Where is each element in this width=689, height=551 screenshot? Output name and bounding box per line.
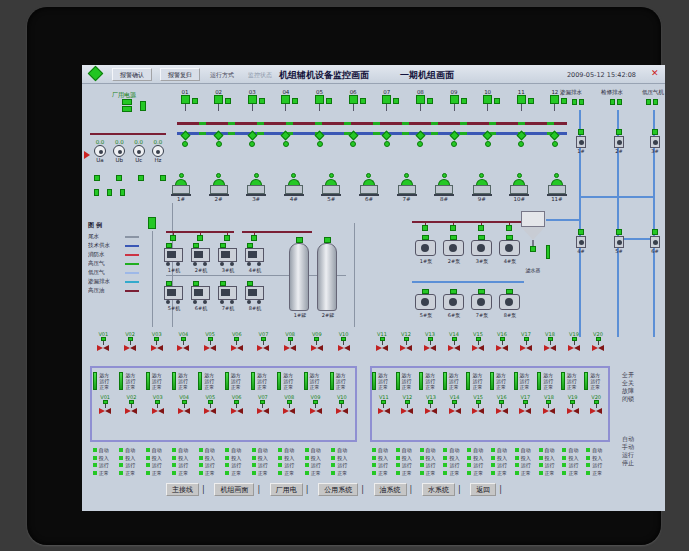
pipe-pump-assembly[interactable]: 6#	[647, 229, 663, 254]
valve-icon[interactable]	[94, 175, 100, 181]
disconnector-icon[interactable]	[180, 131, 190, 141]
valve-unit[interactable]: V06	[225, 394, 249, 415]
valve-unit[interactable]: V12	[396, 394, 420, 415]
valve-icon[interactable]	[506, 225, 512, 231]
disconnector-icon[interactable]	[315, 131, 325, 141]
valve-unit[interactable]: V11	[372, 394, 396, 415]
disconnector-icon[interactable]	[415, 131, 425, 141]
valve-icon[interactable]	[197, 235, 203, 241]
valve-icon[interactable]	[249, 141, 255, 147]
valve-unit[interactable]: V11	[370, 331, 394, 352]
valve-unit[interactable]: V06	[225, 331, 249, 352]
home-icon[interactable]	[88, 66, 104, 82]
disconnector-icon[interactable]	[449, 131, 459, 141]
valve-unit[interactable]: V01	[93, 394, 117, 415]
pump-unit[interactable]: 6#	[356, 173, 382, 203]
valve-icon[interactable]	[451, 141, 457, 147]
valve-icon[interactable]	[160, 175, 166, 181]
alarm-reset-button[interactable]: 报警复归	[160, 68, 200, 81]
breaker-icon[interactable]	[550, 95, 559, 104]
air-tank[interactable]: 1#罐	[289, 243, 309, 311]
nav-button[interactable]: 机组画面	[214, 483, 254, 496]
valve-unit[interactable]: V16	[490, 331, 514, 352]
breaker-icon[interactable]	[181, 95, 190, 104]
pipe-pump-assembly[interactable]: 5#	[611, 229, 627, 254]
breaker-icon[interactable]	[416, 95, 425, 104]
disconnector-icon[interactable]	[214, 131, 224, 141]
valve-unit[interactable]: V04	[172, 394, 196, 415]
breaker-icon[interactable]	[349, 95, 358, 104]
breaker-icon[interactable]	[140, 101, 146, 111]
valve-unit[interactable]: V14	[443, 394, 467, 415]
pump-unit[interactable]: 4#	[281, 173, 307, 203]
valve-icon[interactable]	[384, 141, 390, 147]
valve-unit[interactable]: V08	[278, 331, 302, 352]
strainer-vessel[interactable]: 滤水器	[520, 211, 546, 252]
valve-icon[interactable]	[182, 141, 188, 147]
valve-unit[interactable]: V19	[561, 394, 585, 415]
close-icon[interactable]: ✕	[651, 68, 659, 78]
breaker-icon[interactable]	[382, 95, 391, 104]
valve-unit[interactable]: V07	[251, 331, 275, 352]
pump-unit[interactable]: 2#	[206, 173, 232, 203]
valve-icon[interactable]	[251, 235, 257, 241]
pump-unit[interactable]: 5#	[318, 173, 344, 203]
nav-button[interactable]: 厂用电	[270, 483, 303, 496]
pump-unit[interactable]: 1#	[168, 173, 194, 203]
valve-unit[interactable]: V16	[490, 394, 514, 415]
valve-icon[interactable]	[283, 141, 289, 147]
valve-unit[interactable]: V15	[466, 394, 490, 415]
valve-unit[interactable]: V12	[394, 331, 418, 352]
disconnector-icon[interactable]	[281, 131, 291, 141]
breaker-icon[interactable]	[214, 95, 223, 104]
breaker-icon[interactable]	[281, 95, 290, 104]
valve-icon[interactable]	[138, 175, 144, 181]
pump-unit[interactable]: 7#	[394, 173, 420, 203]
valve-unit[interactable]: V17	[514, 331, 538, 352]
valve-unit[interactable]: V07	[251, 394, 275, 415]
valve-unit[interactable]: V05	[198, 331, 222, 352]
valve-icon[interactable]	[317, 141, 323, 147]
nav-button[interactable]: 水系统	[422, 483, 455, 496]
valve-unit[interactable]: V15	[466, 331, 490, 352]
valve-unit[interactable]: V03	[146, 394, 170, 415]
valve-unit[interactable]: V01	[91, 331, 115, 352]
breaker-icon[interactable]	[517, 95, 526, 104]
valve-unit[interactable]: V05	[198, 394, 222, 415]
valve-unit[interactable]: V09	[304, 394, 328, 415]
disconnector-icon[interactable]	[550, 131, 560, 141]
disconnector-icon[interactable]	[247, 131, 257, 141]
transformer-icon[interactable]	[122, 99, 132, 113]
valve-unit[interactable]: V02	[119, 394, 143, 415]
valve-icon[interactable]	[552, 141, 558, 147]
pipe-pump-assembly[interactable]: 3#	[647, 129, 663, 154]
breaker-icon[interactable]	[450, 95, 459, 104]
valve-unit[interactable]: V18	[538, 331, 562, 352]
valve-unit[interactable]: V14	[442, 331, 466, 352]
breaker-icon[interactable]	[315, 95, 324, 104]
nav-button[interactable]: 主接线	[166, 483, 199, 496]
valve-unit[interactable]: V03	[145, 331, 169, 352]
pump-unit[interactable]: 10#	[506, 173, 532, 203]
nav-button[interactable]: 油系统	[374, 483, 407, 496]
valve-unit[interactable]: V08	[277, 394, 301, 415]
valve-icon[interactable]	[224, 235, 230, 241]
valve-unit[interactable]: V17	[514, 394, 538, 415]
valve-unit[interactable]: V04	[171, 331, 195, 352]
valve-icon[interactable]	[478, 225, 484, 231]
pump-unit[interactable]: 3#	[243, 173, 269, 203]
valve-icon[interactable]	[518, 141, 524, 147]
disconnector-icon[interactable]	[516, 131, 526, 141]
disconnector-icon[interactable]	[348, 131, 358, 141]
breaker-icon[interactable]	[483, 95, 492, 104]
valve-icon[interactable]	[350, 141, 356, 147]
valve-unit[interactable]: V09	[305, 331, 329, 352]
nav-button[interactable]: 返回	[470, 483, 496, 496]
valve-icon[interactable]	[148, 217, 156, 229]
disconnector-icon[interactable]	[382, 131, 392, 141]
pipe-pump-assembly[interactable]: 1#	[573, 129, 589, 154]
valve-unit[interactable]: V20	[586, 331, 610, 352]
valve-icon[interactable]	[422, 225, 428, 231]
valve-icon[interactable]	[450, 225, 456, 231]
valve-unit[interactable]: V18	[537, 394, 561, 415]
